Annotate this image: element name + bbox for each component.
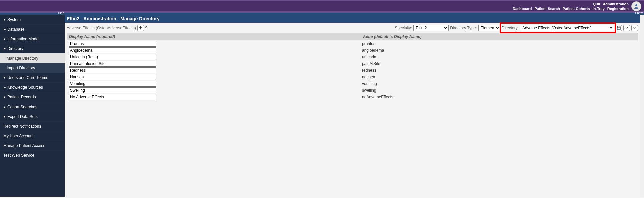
display-name-input[interactable] — [69, 94, 156, 100]
current-directory-label: Adverse Effects (OsteoAdverseEffects) — [67, 26, 136, 30]
directory-select[interactable]: Adverse Effects (OsteoAdverseEffects) — [520, 25, 614, 31]
grid-header: Display Name (required) Value (default i… — [67, 33, 638, 40]
sidebar-item-label: Test Web Service — [3, 153, 34, 158]
refresh-button[interactable]: ⟳ — [631, 25, 638, 31]
save-button[interactable]: 💾 — [615, 25, 622, 31]
value-cell: redness — [362, 68, 636, 73]
sidebar-item-knowledge-sources[interactable]: ► Knowledge Sources — [0, 82, 65, 92]
value-cell: noAdverseEffects — [362, 95, 636, 100]
sidebar-item-directory[interactable]: ▼ Directory — [0, 44, 65, 53]
specialty-label: Specialty: — [395, 26, 412, 30]
table-row: urticaria — [67, 54, 638, 60]
sidebar-item-label: Knowledge Sources — [7, 85, 43, 90]
save-icon: 💾 — [617, 26, 621, 30]
column-value: Value (default is Display Name) — [362, 34, 636, 39]
export-button[interactable]: ↗ — [623, 25, 630, 31]
refresh-icon: ⟳ — [633, 26, 636, 30]
table-row: noAdverseEffects — [67, 94, 638, 101]
table-row: swelling — [67, 87, 638, 94]
sidebar-item-label: Export Data Sets — [7, 114, 38, 119]
chevron-right-icon: ► — [3, 105, 6, 109]
svg-point-0 — [635, 4, 637, 6]
hide-sidebar-link[interactable]: Hide — [58, 11, 64, 15]
sidebar-item-label: System — [7, 17, 21, 22]
value-cell: vomiting — [362, 81, 636, 86]
sidebar-item-label: Cohort Searches — [7, 105, 37, 109]
display-name-input[interactable] — [69, 47, 156, 53]
sidebar-item-my-user-account[interactable]: My User Account — [0, 131, 65, 141]
sidebar-item-export-data-sets[interactable]: ► Export Data Sets — [0, 112, 65, 121]
patient-search-link[interactable]: Patient Search — [534, 7, 560, 11]
sidebar-item-database[interactable]: ► Database — [0, 24, 65, 34]
value-cell: swelling — [362, 88, 636, 93]
chevron-right-icon: ► — [3, 18, 6, 21]
blue-strip: Hide Show — [0, 13, 644, 15]
sidebar-item-manage-directory[interactable]: Manage Directory — [0, 53, 65, 63]
specialty-select[interactable]: Elfin 2 — [413, 25, 449, 31]
sidebar-item-redirect-notifications[interactable]: Redirect Notifications — [0, 121, 65, 131]
value-cell: urticaria — [362, 55, 636, 59]
display-name-input[interactable] — [69, 61, 156, 67]
sidebar-item-information-model[interactable]: ► Information Model — [0, 34, 65, 44]
table-row: painAtSite — [67, 60, 638, 67]
sidebar-item-label: Users and Care Teams — [7, 75, 48, 80]
registration-link[interactable]: Registration — [607, 7, 629, 11]
column-display-name: Display Name (required) — [69, 34, 362, 39]
sidebar-item-test-web-service[interactable]: Test Web Service — [0, 150, 65, 160]
display-name-input[interactable] — [69, 74, 156, 80]
directory-label: Directory: — [502, 26, 519, 30]
display-name-input[interactable] — [69, 41, 156, 47]
directory-type-select[interactable]: Element — [478, 25, 500, 31]
value-cell: nausea — [362, 75, 636, 79]
right-gutter — [640, 15, 644, 197]
sidebar: ► System ► Database ► Information Model … — [0, 15, 65, 197]
sidebar-item-label: Import Directory — [7, 66, 35, 70]
chevron-down-icon: ▼ — [3, 47, 6, 50]
in-tray-link[interactable]: In-Tray — [593, 7, 605, 11]
sidebar-item-cohort-searches[interactable]: ► Cohort Searches — [0, 102, 65, 112]
sidebar-item-import-directory[interactable]: Import Directory — [0, 63, 65, 73]
directory-select-wrap: Directory: Adverse Effects (OsteoAdverse… — [502, 25, 614, 31]
sidebar-item-label: Redirect Notifications — [3, 124, 41, 129]
sidebar-item-system[interactable]: ► System — [0, 15, 65, 24]
chevron-right-icon: ► — [3, 86, 6, 89]
plus-icon: ✚ — [139, 26, 142, 30]
sidebar-item-manage-patient-access[interactable]: Manage Patient Access — [0, 141, 65, 150]
sidebar-item-label: Information Model — [7, 37, 39, 41]
value-cell: angioedema — [362, 48, 636, 53]
dashboard-link[interactable]: Dashboard — [513, 7, 532, 11]
table-row: redness — [67, 67, 638, 74]
person-icon — [633, 3, 639, 9]
value-cell: painAtSite — [362, 61, 636, 66]
directory-type-label: Directory Type: — [450, 26, 477, 30]
sidebar-item-users-care-teams[interactable]: ► Users and Care Teams — [0, 73, 65, 82]
sidebar-item-patient-records[interactable]: ► Patient Records — [0, 92, 65, 102]
chevron-right-icon: ► — [3, 95, 6, 99]
toolbar: Adverse Effects (OsteoAdverseEffects) ✚ … — [65, 23, 640, 33]
sidebar-item-label: Patient Records — [7, 95, 36, 100]
sidebar-item-label: Directory — [7, 46, 23, 51]
table-row: angioedema — [67, 47, 638, 54]
sidebar-item-label: Manage Directory — [7, 56, 38, 61]
chevron-right-icon: ► — [3, 76, 6, 79]
chevron-right-icon: ► — [3, 37, 6, 41]
display-name-input[interactable] — [69, 81, 156, 87]
top-banner: Quit Administration Dashboard Patient Se… — [0, 0, 644, 13]
chevron-right-icon: ► — [3, 115, 6, 118]
chevron-right-icon: ► — [3, 28, 6, 31]
count-label: 9 — [145, 26, 148, 30]
show-link[interactable]: Show — [635, 11, 643, 15]
administration-link[interactable]: Administration — [603, 2, 629, 6]
avatar[interactable] — [631, 1, 641, 11]
quit-link[interactable]: Quit — [593, 2, 600, 6]
table-row: pruritus — [67, 40, 638, 47]
add-button[interactable]: ✚ — [137, 25, 144, 31]
sidebar-item-label: Database — [7, 27, 24, 32]
main-content: Elfin2 - Administration - Manage Directo… — [65, 15, 640, 197]
patient-cohorts-link[interactable]: Patient Cohorts — [563, 7, 590, 11]
display-name-input[interactable] — [69, 67, 156, 73]
display-name-input[interactable] — [69, 87, 156, 93]
display-name-input[interactable] — [69, 54, 156, 60]
table-row: vomiting — [67, 80, 638, 87]
sidebar-item-label: Manage Patient Access — [3, 143, 45, 148]
